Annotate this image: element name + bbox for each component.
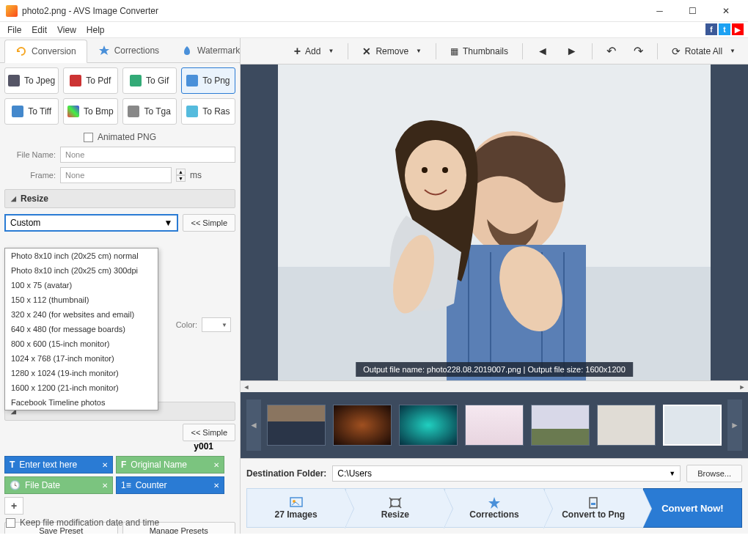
resize-option[interactable]: Facebook Timeline photos (5, 395, 158, 410)
animated-checkbox[interactable] (84, 133, 93, 142)
color-picker[interactable]: ▼ (202, 317, 231, 332)
filename-row: File Name: (4, 147, 235, 163)
resize-option[interactable]: 150 x 112 (thumbnail) (5, 292, 158, 307)
thumbnail[interactable] (531, 405, 590, 446)
resize-dropdown[interactable]: Photo 8x10 inch (20x25 cm) normal Photo … (4, 248, 158, 410)
h-scrollbar[interactable]: ◄ ► (241, 380, 748, 392)
add-tag-button[interactable]: + (4, 497, 23, 515)
thumbnail[interactable] (333, 405, 392, 446)
png-icon (186, 75, 198, 86)
tab-corrections[interactable]: Corrections (87, 39, 170, 62)
file-icon (586, 496, 601, 509)
format-tga[interactable]: To Tga (122, 98, 177, 125)
svg-point-11 (442, 167, 448, 173)
resize-option[interactable]: 1024 x 768 (17-inch monitor) (5, 351, 158, 366)
scroll-right-icon[interactable]: ► (736, 381, 748, 393)
right-panel: +Add▼ ✕Remove▼ ▦Thumbnails ◄ ► ↶ ↷ ⟳Rota… (241, 38, 748, 534)
gif-icon (130, 75, 142, 86)
youtube-icon[interactable]: ▶ (732, 23, 744, 35)
arrow-left-icon: ◄ (537, 45, 549, 58)
browse-button[interactable]: Browse... (686, 465, 742, 482)
keep-date-checkbox[interactable] (6, 518, 15, 528)
menu-edit[interactable]: Edit (29, 23, 50, 37)
menu-view[interactable]: View (54, 23, 79, 37)
prev-button[interactable]: ◄ (529, 41, 557, 62)
step-convert-to[interactable]: Convert to Png (544, 488, 643, 528)
tag-original-name[interactable]: FOriginal Name✕ (116, 456, 224, 474)
tag-counter[interactable]: 1≡Counter✕ (116, 476, 224, 494)
menu-file[interactable]: File (4, 23, 24, 37)
resize-option[interactable]: 320 x 240 (for websites and email) (5, 307, 158, 322)
minimize-button[interactable]: ─ (643, 1, 676, 21)
close-icon[interactable]: ✕ (213, 461, 219, 469)
step-resize[interactable]: Resize (345, 488, 444, 528)
frame-stepper[interactable]: ▲ ▼ (176, 169, 186, 182)
format-bmp[interactable]: To Bmp (63, 98, 117, 125)
scroll-left-icon[interactable]: ◄ (241, 381, 252, 393)
facebook-icon[interactable]: f (705, 23, 717, 35)
format-gif[interactable]: To Gif (122, 67, 177, 94)
tab-watermark[interactable]: Watermark (170, 39, 241, 62)
resize-simple-button[interactable]: << Simple (183, 214, 235, 232)
resize-option[interactable]: 1600 x 1200 (21-inch monitor) (5, 380, 158, 395)
thumbnail[interactable] (465, 405, 524, 446)
svg-point-9 (405, 140, 466, 210)
step-images[interactable]: 27 Images (246, 488, 345, 528)
resize-option[interactable]: 640 x 480 (for message boards) (5, 322, 158, 336)
tag-file-date[interactable]: 🕓File Date✕ (4, 476, 113, 494)
format-ras[interactable]: To Ras (181, 98, 235, 125)
right-toolbar: +Add▼ ✕Remove▼ ▦Thumbnails ◄ ► ↶ ↷ ⟳Rota… (241, 38, 748, 65)
tga-icon (128, 106, 139, 117)
twitter-icon[interactable]: t (719, 23, 730, 35)
resize-option[interactable]: Photo 8x10 inch (20x25 cm) normal (5, 248, 158, 263)
tiff-icon (12, 106, 23, 117)
maximize-button[interactable]: ☐ (676, 1, 709, 21)
thumb-next[interactable]: ► (727, 399, 742, 451)
format-pdf[interactable]: To Pdf (63, 67, 117, 94)
color-label: Color: (176, 320, 197, 329)
next-button[interactable]: ► (558, 41, 586, 62)
format-png[interactable]: To Png (181, 67, 235, 94)
chevron-down-icon: ▼ (669, 470, 675, 477)
images-icon (289, 496, 304, 509)
chevron-down-icon: ▼ (730, 48, 736, 54)
format-jpeg[interactable]: To Jpeg (4, 67, 59, 94)
close-icon[interactable]: ✕ (102, 461, 108, 469)
convert-now-button[interactable]: Convert Now! (643, 488, 742, 528)
thumbnail[interactable] (597, 405, 656, 446)
remove-button[interactable]: ✕Remove▼ (354, 42, 430, 61)
destination-select[interactable]: C:\Users ▼ (332, 465, 681, 482)
close-icon[interactable]: ✕ (102, 482, 108, 490)
resize-header[interactable]: Resize (4, 189, 235, 208)
resize-select-row: Custom ▼ << Simple (4, 214, 235, 232)
frame-input[interactable] (60, 167, 172, 183)
resize-preset-select[interactable]: Custom ▼ (4, 214, 178, 232)
thumbnail-strip: ◄ ► (241, 392, 748, 458)
thumb-container (267, 405, 722, 446)
resize-option[interactable]: Photo 8x10 inch (20x25 cm) 300dpi (5, 263, 158, 278)
close-button[interactable]: ✕ (709, 1, 742, 21)
tag-text[interactable]: TEnter text here✕ (4, 456, 113, 474)
thumb-prev[interactable]: ◄ (246, 399, 261, 451)
thumbnails-button[interactable]: ▦Thumbnails (442, 43, 516, 60)
step-corrections[interactable]: Corrections (444, 488, 543, 528)
thumbnail-selected[interactable] (663, 405, 722, 446)
thumbnail[interactable] (399, 405, 458, 446)
rotate-left-button[interactable]: ↶ (598, 40, 624, 62)
close-icon[interactable]: ✕ (213, 482, 219, 490)
rotate-right-button[interactable]: ↷ (626, 40, 651, 62)
thumbnail[interactable] (267, 405, 326, 446)
rename-simple-button[interactable]: << Simple (183, 424, 235, 441)
tab-conversion[interactable]: Conversion (4, 40, 87, 63)
star-icon (98, 45, 110, 56)
menu-help[interactable]: Help (84, 23, 108, 37)
resize-option[interactable]: 800 x 600 (15-inch monitor) (5, 336, 158, 351)
filename-input[interactable] (60, 147, 235, 163)
resize-option[interactable]: 1280 x 1024 (19-inch monitor) (5, 366, 158, 380)
rotate-all-button[interactable]: ⟳Rotate All▼ (664, 42, 744, 61)
add-button[interactable]: +Add▼ (286, 41, 342, 62)
resize-option[interactable]: 100 x 75 (avatar) (5, 278, 158, 292)
format-tiff[interactable]: To Tiff (4, 98, 59, 125)
bottom-panel: Destination Folder: C:\Users ▼ Browse...… (241, 458, 748, 534)
chevron-down-icon: ▼ (164, 218, 173, 228)
